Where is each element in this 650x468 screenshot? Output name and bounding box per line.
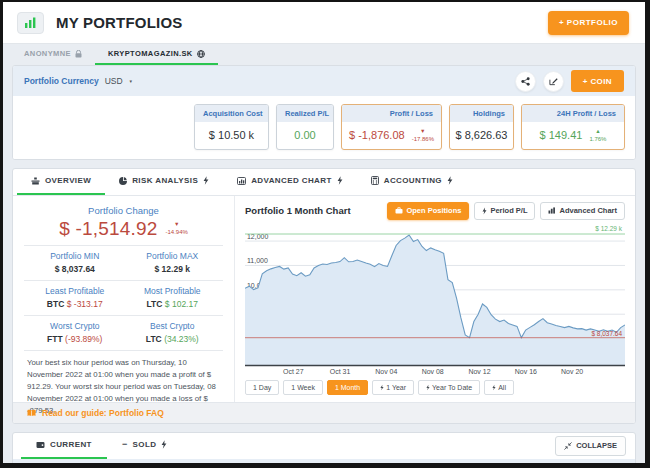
best-crypto-coin: LTC [146, 334, 162, 344]
button-label: 1 Year [386, 384, 406, 391]
min-max-row: Portfolio MIN $ 8,037.64 Portfolio MAX $… [26, 246, 221, 280]
tab-current[interactable]: CURRENT [21, 433, 107, 459]
currency-select[interactable]: USD ▾ [105, 76, 132, 86]
minus-icon: − [122, 440, 128, 449]
page-title: MY PORTFOLIOS [56, 14, 183, 31]
collapse-button[interactable]: COLLAPSE [555, 436, 626, 456]
portfolio-change-panel: Portfolio Change $ -1,514.92 ▼ -14.94% P… [13, 196, 235, 402]
range-year-to-date-button[interactable]: Year To Date [418, 380, 480, 395]
tab-accounting[interactable]: ACCOUNTING [357, 169, 467, 195]
svg-text:Nov 20: Nov 20 [561, 368, 583, 375]
add-coin-button[interactable]: + COIN [571, 70, 624, 92]
bolt-icon [482, 207, 487, 215]
range-1-month-button[interactable]: 1 Month [327, 380, 368, 395]
col-price: Price [274, 463, 379, 464]
portfolio-currency-label: Portfolio Currency [24, 76, 99, 86]
least-profitable-label: Least Profitable [26, 286, 124, 296]
bar-chart-icon [548, 207, 556, 214]
svg-text:$ 12.29 k: $ 12.29 k [595, 225, 622, 232]
portfolio-faq-link[interactable]: Read our guide: Portfolio FAQ [42, 408, 164, 418]
tab-label: ADVANCED CHART [251, 176, 332, 185]
bolt-icon [380, 384, 384, 391]
stat-holdings: Holdings $ 8,626.63 [449, 104, 514, 150]
tab-label: OVERVIEW [45, 176, 91, 185]
pie-chart-icon [119, 177, 127, 185]
edit-button[interactable] [543, 71, 564, 92]
stat-24h-profit-loss: 24H Profit / Loss $ 149.41 ▲ 1.76% [521, 104, 625, 150]
least-profitable-coin: BTC [47, 299, 64, 309]
tab-label: RISK ANALYSIS [132, 176, 198, 185]
portfolio-area-chart[interactable]: 7,0008,0009,00010,00011,00012,000$ 12.29… [245, 224, 625, 377]
currency-value: USD [105, 76, 123, 86]
tab-sold[interactable]: − SOLD [107, 433, 182, 459]
up-triangle-icon: ▲ [595, 129, 600, 135]
open-positions-button[interactable]: Open Positions [387, 202, 469, 220]
holdings-table-header: # Coin/Date Price Total Value Profit/Los… [13, 459, 635, 464]
range-1-year-button[interactable]: 1 Year [372, 380, 414, 395]
stat-delta-pct: 1.76% [589, 136, 606, 142]
stat-label: 24H Profit / Loss [522, 105, 624, 122]
portfolio-tab-anonymne[interactable]: ANONYMNE [11, 44, 95, 65]
tab-risk-analysis[interactable]: RISK ANALYSIS [105, 169, 223, 195]
period-pl-button[interactable]: Period P/L [474, 202, 535, 220]
chart-title: Portfolio 1 Month Chart [245, 205, 351, 216]
down-triangle-icon: ▼ [420, 129, 425, 135]
advanced-chart-button[interactable]: Advanced Chart [540, 202, 625, 220]
portfolio-min-value: $ 8,037.64 [26, 264, 124, 274]
section-tabs: OVERVIEW RISK ANALYSIS ADVANCED CHART [13, 169, 635, 196]
worst-crypto-coin: FTT [47, 334, 63, 344]
stat-value: $ 8,626.63 [450, 122, 513, 148]
calculator-icon [371, 176, 379, 185]
bolt-icon [337, 176, 343, 185]
svg-text:11,000: 11,000 [247, 257, 268, 264]
stat-profit-loss: Profit / Loss $ -1,876.08 ▼ -17.86% [341, 104, 442, 150]
stat-label: Holdings [450, 105, 513, 122]
best-crypto-label: Best Crypto [124, 321, 222, 331]
briefcase-icon [395, 207, 403, 214]
range-all-button[interactable]: All [484, 380, 514, 395]
range-1-week-button[interactable]: 1 Week [283, 380, 323, 395]
stats-row: Acquisition Cost $ 10.50 k Realized P/L … [13, 96, 635, 159]
portfolio-tab-kryptomagazin[interactable]: KRYPTOMAGAZIN.SK [95, 44, 218, 65]
col-total-value: Total Value [379, 463, 471, 464]
lock-icon [75, 50, 82, 58]
bolt-icon [203, 176, 209, 185]
currency-bar: Portfolio Currency USD ▾ + COIN [13, 66, 635, 96]
stat-value: $ 149.41 [540, 129, 583, 141]
col-coin-date: Coin/Date [45, 463, 274, 464]
share-button[interactable] [515, 71, 536, 92]
add-portfolio-button[interactable]: + PORTFOLIO [548, 11, 629, 35]
most-profitable-label: Most Profitable [124, 286, 222, 296]
wallet-icon [36, 441, 45, 449]
portfolio-change-label: Portfolio Change [26, 205, 221, 216]
button-label: Advanced Chart [559, 206, 617, 215]
tab-overview[interactable]: OVERVIEW [17, 169, 105, 195]
stat-value: $ -1,876.08 [349, 129, 405, 141]
podium-icon [31, 177, 40, 185]
tab-label: ACCOUNTING [384, 176, 442, 185]
worst-crypto-label: Worst Crypto [26, 321, 124, 331]
button-label: 1 Day [253, 384, 271, 391]
least-most-row: Least Profitable BTC $ -313.17 Most Prof… [26, 281, 221, 315]
stat-delta-pct: -17.86% [412, 136, 434, 142]
svg-text:Oct 31: Oct 31 [330, 368, 351, 375]
chart-canvas: 7,0008,0009,00010,00011,00012,000$ 12.29… [245, 224, 625, 377]
portfolio-min-label: Portfolio MIN [26, 251, 124, 261]
range-1-day-button[interactable]: 1 Day [245, 380, 279, 395]
button-label: All [498, 384, 506, 391]
portfolio-tab-label: ANONYMNE [24, 49, 71, 58]
col-change: Change [553, 463, 625, 464]
button-label: Year To Date [432, 384, 472, 391]
bolt-icon [426, 384, 430, 391]
stat-label: Profit / Loss [342, 105, 441, 122]
most-profitable-coin: LTC [147, 299, 163, 309]
tab-advanced-chart[interactable]: ADVANCED CHART [223, 169, 357, 195]
col-number: # [25, 463, 45, 464]
stat-value: $ 10.50 k [195, 122, 268, 148]
app-window: MY PORTFOLIOS + PORTFOLIO ANONYMNE KRYPT… [3, 2, 645, 463]
worst-best-row: Worst Crypto FTT (-93.89%) Best Crypto L… [26, 316, 221, 350]
portfolio-change-pct: -14.94% [165, 229, 187, 235]
holdings-tabs: CURRENT − SOLD COLLAPSE [13, 433, 635, 459]
button-label: Period P/L [490, 206, 527, 215]
portfolio-tabs: ANONYMNE KRYPTOMAGAZIN.SK [3, 44, 645, 65]
